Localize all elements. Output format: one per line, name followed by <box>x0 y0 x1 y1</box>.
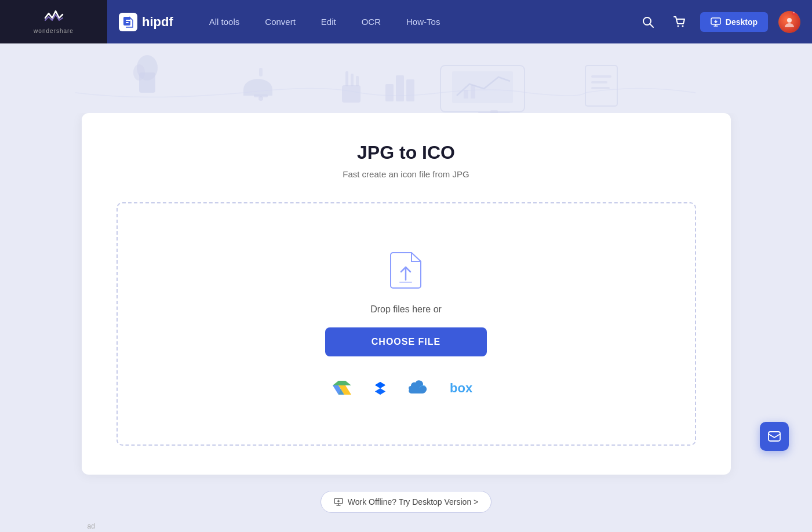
offline-text: Work Offline? Try Desktop Version > <box>348 497 479 507</box>
pro-badge: Pro <box>792 11 800 15</box>
tool-subtitle: Fast create an icon file from JPG <box>116 169 696 179</box>
svg-point-7 <box>787 18 792 23</box>
offline-desktop-button[interactable]: Work Offline? Try Desktop Version > <box>321 491 492 513</box>
navbar: wondershare hipdf All tools Convert Edit… <box>0 0 812 43</box>
svg-point-4 <box>677 25 679 27</box>
svg-rect-33 <box>769 432 780 441</box>
desktop-btn-label: Desktop <box>726 17 758 27</box>
svg-point-5 <box>682 25 683 27</box>
svg-rect-0 <box>123 17 130 25</box>
hipdf-icon <box>119 13 137 31</box>
ad-label: ad <box>82 522 731 530</box>
svg-rect-20 <box>406 79 414 101</box>
svg-rect-26 <box>490 110 498 113</box>
svg-rect-17 <box>356 76 359 86</box>
nav-convert[interactable]: Convert <box>252 0 308 43</box>
cloud-storage-icons: box <box>332 377 480 398</box>
svg-rect-1 <box>126 20 130 21</box>
nav-how-tos[interactable]: How-Tos <box>394 0 453 43</box>
upload-icon <box>387 250 425 293</box>
svg-rect-24 <box>471 85 475 99</box>
svg-rect-27 <box>585 65 617 106</box>
svg-rect-30 <box>591 87 610 89</box>
nav-right: Desktop Pro <box>638 11 812 33</box>
offline-banner: Work Offline? Try Desktop Version > <box>321 491 492 513</box>
floating-email-button[interactable] <box>760 422 789 451</box>
desktop-button[interactable]: Desktop <box>700 12 768 32</box>
tool-title: JPG to ICO <box>116 142 696 163</box>
main-content: JPG to ICO Fast create an icon file from… <box>0 113 812 532</box>
svg-rect-15 <box>345 71 348 86</box>
svg-rect-16 <box>351 74 354 86</box>
hero-decorations <box>0 43 812 113</box>
user-avatar[interactable]: Pro <box>778 11 800 33</box>
onedrive-button[interactable] <box>408 378 431 397</box>
svg-point-10 <box>133 64 145 81</box>
wondershare-text: wondershare <box>34 28 74 34</box>
tool-card: JPG to ICO Fast create an icon file from… <box>82 113 731 475</box>
svg-rect-13 <box>259 68 263 76</box>
nav-links: All tools Convert Edit OCR How-Tos <box>196 0 453 43</box>
hipdf-text: hipdf <box>142 14 173 30</box>
brand-logo[interactable]: wondershare <box>0 0 107 43</box>
google-drive-button[interactable] <box>332 378 352 397</box>
hero-background <box>0 43 812 113</box>
nav-all-tools[interactable]: All tools <box>196 0 253 43</box>
dropbox-button[interactable] <box>370 377 391 398</box>
svg-rect-19 <box>396 75 404 101</box>
svg-point-12 <box>258 96 263 101</box>
svg-text:box: box <box>450 381 473 395</box>
svg-rect-14 <box>342 85 361 103</box>
drop-text: Drop files here or <box>370 304 442 315</box>
nav-ocr[interactable]: OCR <box>349 0 394 43</box>
svg-rect-28 <box>591 75 611 78</box>
nav-edit[interactable]: Edit <box>308 0 349 43</box>
search-button[interactable] <box>638 12 658 32</box>
svg-rect-2 <box>126 22 129 23</box>
wondershare-logo: wondershare <box>34 9 74 34</box>
svg-rect-22 <box>452 71 513 103</box>
choose-file-button[interactable]: CHOOSE FILE <box>325 327 487 356</box>
cart-button[interactable] <box>669 12 690 32</box>
wondershare-icon <box>42 9 65 27</box>
svg-rect-29 <box>591 81 607 83</box>
svg-rect-18 <box>385 84 394 101</box>
box-button[interactable]: box <box>449 380 480 396</box>
drop-zone[interactable]: Drop files here or CHOOSE FILE <box>116 202 696 446</box>
svg-rect-23 <box>464 90 468 99</box>
hipdf-logo[interactable]: hipdf <box>119 13 173 31</box>
